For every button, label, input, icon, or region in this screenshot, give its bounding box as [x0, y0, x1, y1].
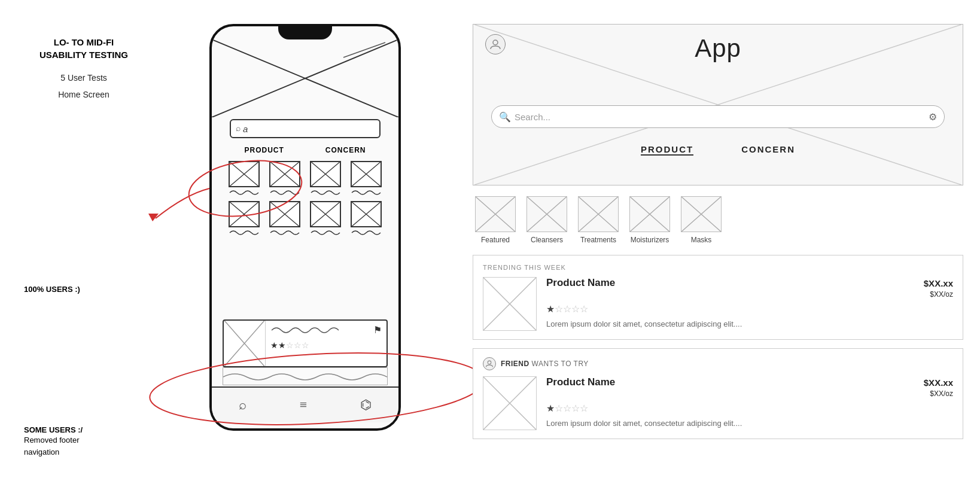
phone-footer-wave [223, 367, 388, 385]
phone-product-box [351, 161, 382, 187]
phone-product-box [310, 201, 341, 227]
category-treatments[interactable]: Treatments [578, 196, 619, 244]
category-featured-image [475, 196, 516, 232]
annotation-some-users: SOME USERS :/ [24, 425, 150, 434]
app-tab-concern[interactable]: CONCERN [741, 144, 795, 156]
category-treatments-label: Treatments [580, 236, 616, 244]
category-treatments-image [578, 196, 619, 232]
category-cleansers-label: Cleansers [531, 236, 563, 244]
phone-wireframe: ⌕ a PRODUCT CONCERN [209, 24, 401, 443]
star-empty-4: ☆ [294, 340, 302, 351]
category-masks-image [681, 196, 722, 232]
product-1-image [483, 277, 537, 331]
phone-featured-card[interactable]: ★ ★ ☆ ☆ ☆ ⚑ [223, 319, 388, 367]
phone-grid-cell[interactable] [308, 201, 343, 236]
friend-product-card: FRIEND WANTS TO TRY Product Name $XX.xx … [473, 348, 963, 439]
product-1-name-price: Product Name $XX.xx $XX/oz [546, 277, 953, 300]
phone-stars: ★ ★ ☆ ☆ ☆ [270, 340, 382, 351]
star-5: ☆ [580, 303, 588, 315]
annotation-100-users: 100% USERS :) [24, 285, 150, 294]
home-screen-label: Home Screen [18, 90, 150, 99]
page-title: LO- TO MID-FI USABILITY TESTING [18, 36, 150, 61]
annotation-removed-footer-2: navigation [24, 446, 150, 458]
trending-product-card: TRENDING THIS WEEK Product Name $XX.xx $… [473, 255, 963, 340]
phone-featured-image [224, 321, 266, 366]
product-1-name: Product Name [546, 277, 615, 289]
phone-product-box [269, 201, 300, 227]
left-panel: LO- TO MID-FI USABILITY TESTING 5 User T… [18, 36, 150, 458]
bookmark-icon: ⚑ [373, 324, 382, 336]
phone-grid-cell[interactable] [349, 161, 384, 196]
category-cleansers[interactable]: Cleansers [526, 196, 567, 244]
star-1: ★ [546, 403, 555, 414]
phone-grid-cell[interactable] [227, 161, 261, 196]
star-3: ☆ [563, 303, 571, 315]
search-placeholder: Search... [515, 112, 929, 122]
user-tests-label: 5 User Tests [18, 73, 150, 83]
category-cleansers-image [526, 196, 567, 232]
star-empty-3: ☆ [286, 340, 294, 351]
product-2-desc: Lorem ipsum dolor sit amet, consectetur … [546, 418, 953, 430]
phone-product-box [229, 161, 260, 187]
phone-product-box [310, 161, 341, 187]
star-2: ☆ [555, 303, 563, 315]
phone-search-text: a [243, 124, 248, 134]
star-5: ☆ [580, 403, 588, 414]
category-featured-label: Featured [481, 236, 510, 244]
friend-row: FRIEND WANTS TO TRY [483, 357, 953, 370]
nav-list-icon[interactable]: ≡ [300, 397, 307, 413]
product-2-name-price: Product Name $XX.xx $XX/oz [546, 376, 953, 399]
star-1: ★ [546, 303, 555, 315]
phone-tab-concern[interactable]: CONCERN [325, 146, 366, 154]
svg-marker-23 [148, 214, 159, 221]
categories-row: Featured Cleansers Treatments Moisturize… [475, 196, 963, 244]
phone-product-box [351, 201, 382, 227]
category-featured[interactable]: Featured [475, 196, 516, 244]
phone-frame: ⌕ a PRODUCT CONCERN [209, 24, 401, 431]
phone-grid-cell[interactable] [267, 161, 302, 196]
app-header-card: App 🔍 Search... ⚙ PRODUCT CONCERN [473, 24, 963, 185]
product-2-info: Product Name $XX.xx $XX/oz ★ ☆ ☆ ☆ ☆ Lor… [546, 376, 953, 429]
star-4: ☆ [571, 403, 580, 414]
phone-product-grid [224, 161, 386, 240]
filter-icon[interactable]: ⚙ [929, 111, 937, 123]
phone-search-bar[interactable]: ⌕ a [230, 119, 381, 138]
phone-top-sketch [212, 39, 398, 117]
star-empty-5: ☆ [302, 340, 309, 351]
search-icon: 🔍 [499, 111, 511, 123]
product-1-info: Product Name $XX.xx $XX/oz ★ ☆ ☆ ☆ ☆ Lor… [546, 277, 953, 330]
trending-label: TRENDING THIS WEEK [483, 264, 953, 271]
app-search-bar[interactable]: 🔍 Search... ⚙ [491, 105, 945, 128]
nav-search-icon[interactable]: ⌕ [239, 397, 246, 413]
category-moisturizers-label: Moisturizers [631, 236, 669, 244]
phone-featured-content: ★ ★ ☆ ☆ ☆ [266, 321, 386, 366]
phone-tab-product[interactable]: PRODUCT [244, 146, 284, 154]
product-2-name: Product Name [546, 376, 615, 388]
phone-notch [278, 26, 332, 39]
nav-user-icon[interactable]: ⌬ [360, 397, 372, 413]
phone-grid-cell[interactable] [267, 201, 302, 236]
product-2-image [483, 376, 537, 430]
phone-grid-cell[interactable] [349, 201, 384, 236]
app-tab-product[interactable]: PRODUCT [641, 144, 693, 156]
category-masks[interactable]: Masks [681, 196, 722, 244]
category-moisturizers-image [629, 196, 670, 232]
product-2-stars: ★ ☆ ☆ ☆ ☆ [546, 403, 953, 414]
svg-line-2 [343, 42, 385, 57]
phone-search-icon: ⌕ [236, 124, 241, 133]
phone-grid-cell[interactable] [227, 201, 261, 236]
star-filled-1: ★ [270, 340, 278, 351]
friend-avatar-icon [483, 357, 496, 370]
category-masks-label: Masks [691, 236, 712, 244]
phone-product-box [269, 161, 300, 187]
phone-grid-cell[interactable] [308, 161, 343, 196]
phone-grid-row-2 [224, 201, 386, 236]
phone-grid-row-1 [224, 161, 386, 196]
app-tabs-row: PRODUCT CONCERN [473, 144, 963, 156]
category-moisturizers[interactable]: Moisturizers [629, 196, 670, 244]
star-3: ☆ [563, 403, 571, 414]
product-row-1: Product Name $XX.xx $XX/oz ★ ☆ ☆ ☆ ☆ Lor… [483, 277, 953, 331]
product-row-2: Product Name $XX.xx $XX/oz ★ ☆ ☆ ☆ ☆ Lor… [483, 376, 953, 430]
product-2-price: $XX.xx $XX/oz [924, 376, 953, 399]
product-1-price: $XX.xx $XX/oz [924, 277, 953, 300]
